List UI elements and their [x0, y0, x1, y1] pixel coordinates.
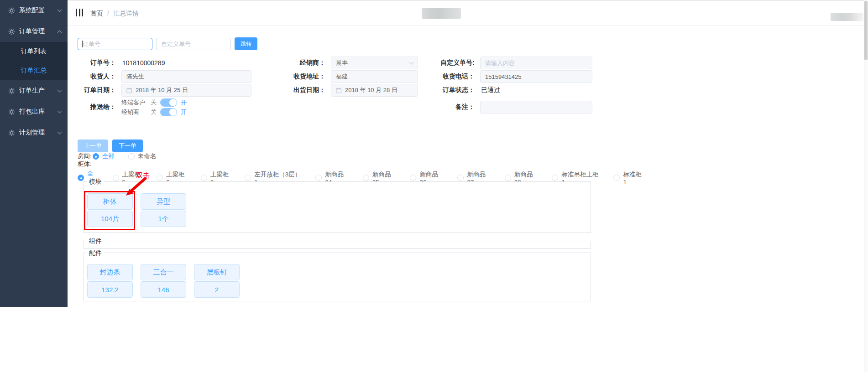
accessory-card-shelf-pin[interactable]: 层板钉 2 [194, 264, 240, 298]
chevron-down-icon [58, 7, 62, 12]
sidebar-item-label: 系统配置 [19, 6, 58, 15]
sidebar-item-label: 计划管理 [19, 129, 58, 137]
status-label: 订单状态： [424, 86, 475, 94]
radio-selected-icon [93, 153, 99, 160]
sidebar-item-system-config[interactable]: 系统配置 [0, 0, 68, 21]
room-option-unnamed[interactable]: 未命名 [128, 152, 157, 160]
toggle-name: 经销商 [121, 108, 147, 116]
radio-icon [201, 175, 207, 181]
sidebar-item-order-list[interactable]: 订单列表 [0, 42, 68, 61]
phone-value: 15159431425 [485, 73, 522, 80]
card-qty: 146 [141, 281, 186, 298]
sidebar-item-packing-outbound[interactable]: 打包出库 [0, 101, 68, 122]
dealer-label: 经销商： [257, 59, 325, 67]
card-name: 柜体 [87, 193, 133, 210]
sidebar-item-label: 订单管理 [19, 27, 58, 36]
accessory-section-title: 配件 [87, 249, 104, 257]
radio-icon [410, 175, 416, 181]
end-customer-toggle[interactable] [160, 98, 177, 107]
accessory-card-three-in-one[interactable]: 三合一 146 [141, 264, 186, 298]
sidebar-submenu: 订单列表 订单汇总 [0, 42, 68, 80]
room-filter-label: 房间: [78, 152, 92, 160]
remark-field[interactable] [480, 101, 592, 114]
sidebar-item-label: 打包出库 [19, 108, 58, 116]
push-toggles: 终端客户 关 开 经销商 关 开 [121, 98, 418, 116]
jump-button[interactable]: 跳转 [235, 37, 257, 50]
order-no-search-input[interactable] [78, 38, 152, 50]
gear-icon [8, 7, 15, 14]
module-card-special-shape[interactable]: 异型 1个 [141, 193, 186, 227]
dealer-select[interactable]: 晨丰 [331, 57, 418, 69]
sidebar-collapse-icon[interactable] [76, 9, 83, 16]
vertical-scrollbar[interactable] [864, 0, 868, 372]
search-row: 跳转 [78, 37, 257, 50]
main-content: 跳转 订单号： 101810000289 经销商： 晨丰 自定义单号: 收货人：… [68, 26, 868, 372]
receiver-field[interactable]: 陈先生 [121, 70, 251, 83]
remark-input[interactable] [485, 104, 587, 111]
custom-no-label: 自定义单号: [424, 59, 475, 67]
chevron-up-icon [58, 30, 62, 35]
breadcrumb-separator: / [107, 10, 109, 18]
sidebar-item-label: 订单汇总 [21, 67, 47, 75]
radio-icon [113, 175, 119, 181]
custom-no-input[interactable] [485, 60, 587, 67]
receiver-label: 收货人： [78, 72, 116, 81]
card-name: 层板钉 [194, 264, 240, 280]
radio-icon [315, 175, 322, 181]
module-card-cabinet[interactable]: 柜体 104片 [87, 193, 133, 227]
custom-no-search-input[interactable] [156, 38, 231, 50]
address-field[interactable]: 福建 [331, 70, 418, 83]
next-order-button[interactable]: 下一单 [112, 140, 143, 152]
order-date-label: 订单日期： [78, 86, 116, 94]
scrollbar-thumb[interactable] [864, 1, 868, 60]
ship-date-label: 出货日期： [257, 86, 325, 94]
accessory-section: 配件 封边条 132.2 三合一 146 层板钉 2 [84, 253, 591, 301]
ship-date-picker[interactable]: 2018 年 10 月 28 日 [331, 84, 418, 97]
gear-icon [8, 88, 15, 94]
toggle-off-label: 关 [151, 98, 157, 107]
cabinet-filter-label: 柜体: [78, 160, 643, 168]
radio-label: 未命名 [138, 152, 157, 160]
module-section: 模块 柜体 104片 异型 1个 [84, 181, 591, 233]
gear-icon [8, 28, 15, 35]
custom-no-field[interactable] [480, 57, 592, 69]
order-date-value: 2018 年 10 月 25 日 [136, 86, 188, 94]
receiver-value: 陈先生 [126, 72, 144, 81]
radio-icon [245, 175, 251, 181]
sidebar: 系统配置 订单管理 订单列表 订单汇总 订单生产 打包出库 计划管理 [0, 0, 68, 307]
cabinet-option[interactable]: 标准柜1 [613, 170, 643, 186]
sidebar-item-plan-management[interactable]: 计划管理 [0, 122, 68, 143]
topbar: 首页 / 汇总详情 [68, 0, 868, 26]
chevron-down-icon [58, 88, 62, 92]
redacted-text [422, 8, 461, 19]
prev-order-button[interactable]: 上一单 [78, 140, 108, 152]
sidebar-item-order-production[interactable]: 订单生产 [0, 80, 68, 101]
order-pager: 上一单 下一单 [78, 140, 143, 152]
radio-icon [552, 175, 558, 181]
sidebar-item-order-summary[interactable]: 订单汇总 [0, 61, 68, 80]
card-qty: 2 [194, 281, 240, 298]
remark-label: 备注： [424, 103, 475, 111]
accessory-card-edge-band[interactable]: 封边条 132.2 [87, 264, 133, 298]
dealer-toggle[interactable] [160, 108, 177, 116]
card-name: 封边条 [87, 264, 133, 280]
phone-field[interactable]: 15159431425 [480, 70, 592, 83]
order-no-value: 101810000289 [121, 59, 251, 67]
radio-icon [613, 175, 620, 181]
room-option-all[interactable]: 全部 [93, 152, 115, 160]
module-section-title: 模块 [87, 178, 104, 186]
order-form: 订单号： 101810000289 经销商： 晨丰 自定义单号: 收货人： 陈先… [78, 56, 592, 131]
text-caret [82, 41, 83, 47]
toggle-name: 终端客户 [121, 98, 147, 107]
breadcrumb-home[interactable]: 首页 [90, 10, 103, 18]
annotation-double-click-label: 双击 [136, 171, 150, 180]
accessory-cards: 封边条 132.2 三合一 146 层板钉 2 [87, 264, 240, 298]
sidebar-item-label: 订单列表 [21, 47, 47, 56]
toggle-row-dealer: 经销商 关 开 [121, 108, 418, 116]
radio-label: 标准柜1 [623, 170, 643, 186]
order-date-picker[interactable]: 2018 年 10 月 25 日 [121, 84, 251, 97]
redacted-text [831, 13, 863, 21]
radio-icon [128, 153, 135, 160]
sidebar-item-order-management[interactable]: 订单管理 [0, 21, 68, 42]
order-no-label: 订单号： [78, 59, 116, 67]
